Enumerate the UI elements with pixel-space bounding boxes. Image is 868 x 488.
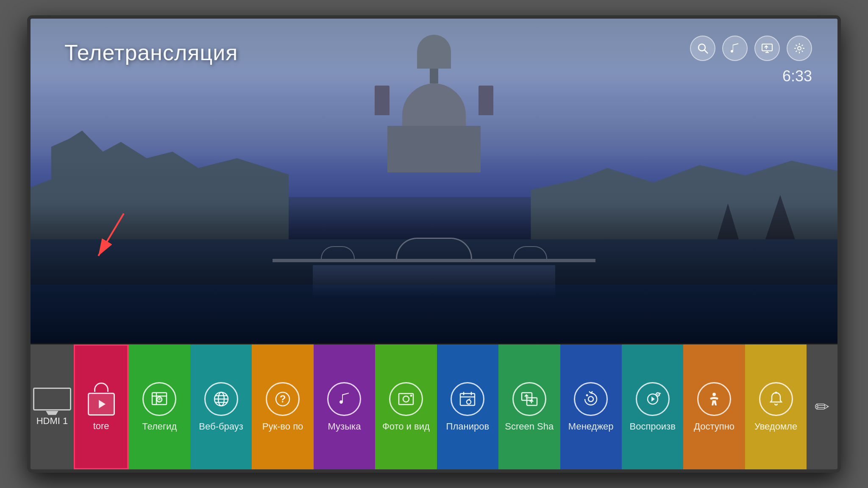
svg-point-34 [775, 391, 777, 394]
svg-point-19 [403, 396, 409, 402]
top-icons-container [690, 36, 812, 61]
webbrowser-icon [204, 382, 238, 416]
svg-point-29 [586, 394, 588, 396]
app-item-manual[interactable]: ? Рук-во по [252, 344, 313, 469]
svg-point-0 [698, 44, 705, 51]
app-label-notifications: Уведомле [748, 421, 804, 432]
planner-icon [451, 382, 484, 416]
clock-display: 6:33 [782, 67, 812, 85]
screen-mirror-icon-button[interactable] [754, 36, 780, 61]
svg-point-3 [798, 47, 801, 50]
notifications-icon [759, 382, 793, 416]
store-icon [85, 383, 118, 416]
app-item-planner[interactable]: Планиров [437, 344, 498, 469]
screensha-icon [512, 382, 546, 416]
manual-icon: ? [266, 382, 300, 416]
app-label-hdmi1: HDMI 1 [33, 416, 72, 427]
svg-point-28 [588, 396, 593, 402]
app-item-playback[interactable]: Воспроизв [622, 344, 683, 469]
app-item-store[interactable]: tore [74, 344, 129, 469]
app-label-playback: Воспроизв [625, 421, 680, 432]
app-label-photos: Фото и вид [378, 421, 434, 432]
music-icon-button[interactable] [722, 36, 748, 61]
app-item-photos[interactable]: Фото и вид [375, 344, 437, 469]
playback-icon [636, 382, 670, 416]
tv-screen: Телетрансляция [31, 19, 837, 469]
app-item-music[interactable]: Музыка [314, 344, 375, 469]
svg-rect-2 [762, 44, 772, 51]
app-item-notifications[interactable]: Уведомле [745, 344, 807, 469]
app-label-manual: Рук-во по [255, 421, 311, 432]
photos-icon [389, 382, 423, 416]
app-item-hdmi1[interactable]: HDMI 1 [31, 344, 74, 469]
svg-point-20 [410, 394, 412, 396]
app-label-store: tore [78, 421, 125, 432]
svg-point-33 [712, 393, 716, 396]
manager-icon [574, 382, 608, 416]
app-label-screensha: Screen Sha [501, 421, 557, 432]
app-item-manager[interactable]: Менеджер [560, 344, 622, 469]
hdmi-icon [33, 388, 71, 410]
background-scene [31, 19, 837, 343]
app-label-manager: Менеджер [563, 421, 619, 432]
app-label-accessible: Доступно [687, 421, 742, 432]
svg-line-1 [704, 50, 708, 53]
search-icon-button[interactable] [690, 36, 715, 61]
app-item-teleguide[interactable]: Телегид [128, 344, 190, 469]
app-item-webbrowser[interactable]: Веб-брауз [190, 344, 252, 469]
pencil-icon: ✏ [815, 396, 829, 417]
app-label-teleguide: Телегид [132, 421, 187, 432]
music-app-icon [327, 382, 361, 416]
app-item-accessible[interactable]: Доступно [683, 344, 745, 469]
app-bar: HDMI 1 tore [31, 344, 837, 469]
page-title: Телетрансляция [64, 40, 238, 65]
svg-point-32 [657, 394, 658, 395]
settings-icon-button[interactable] [787, 36, 812, 61]
accessibility-icon [697, 382, 731, 416]
app-label-planner: Планиров [440, 421, 495, 432]
app-item-scroll-right[interactable]: ✏ [807, 344, 837, 469]
app-label-music: Музыка [317, 421, 372, 432]
app-item-screensha[interactable]: Screen Sha [498, 344, 560, 469]
svg-text:?: ? [280, 393, 286, 405]
app-label-webbrowser: Веб-брауз [193, 421, 249, 432]
tv-frame: Телетрансляция [27, 15, 841, 473]
teleguide-icon [142, 382, 176, 416]
